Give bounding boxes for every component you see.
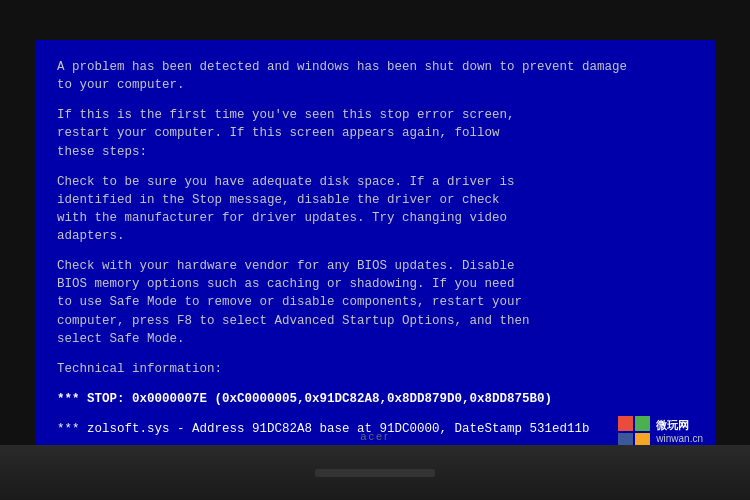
para2-line3: with the manufacturer for driver updates… [57,209,693,227]
para2-line4: adapters. [57,227,693,245]
logo-square-2 [635,416,650,431]
watermark: 微玩网 winwan.cn [618,416,703,448]
monitor-bezel-bottom [0,445,750,500]
watermark-logo [618,416,650,448]
header-line2: to your computer. [57,76,693,94]
bsod-screen: A problem has been detected and windows … [35,40,715,460]
para1-line1: If this is the first time you've seen th… [57,106,693,124]
para3-line4: computer, press F8 to select Advanced St… [57,312,693,330]
para2-line1: Check to be sure you have adequate disk … [57,173,693,191]
para3-line1: Check with your hardware vendor for any … [57,257,693,275]
para2-line2: identified in the Stop message, disable … [57,191,693,209]
stop-code: *** STOP: 0x0000007E (0xC0000005,0x91DC8… [57,390,693,408]
watermark-site-name: 微玩网 [656,419,703,432]
header-line1: A problem has been detected and windows … [57,58,693,76]
para1-line3: these steps: [57,143,693,161]
para3-line2: BIOS memory options such as caching or s… [57,275,693,293]
watermark-site-url: winwan.cn [656,433,703,445]
logo-square-1 [618,416,633,431]
monitor-stand [315,469,435,477]
para3-line5: select Safe Mode. [57,330,693,348]
watermark-text-block: 微玩网 winwan.cn [656,419,703,444]
monitor-brand-label: acer [360,430,389,442]
technical-label: Technical information: [57,360,693,378]
para3-line3: to use Safe Mode to remove or disable co… [57,293,693,311]
para1-line2: restart your computer. If this screen ap… [57,124,693,142]
monitor: A problem has been detected and windows … [0,0,750,500]
